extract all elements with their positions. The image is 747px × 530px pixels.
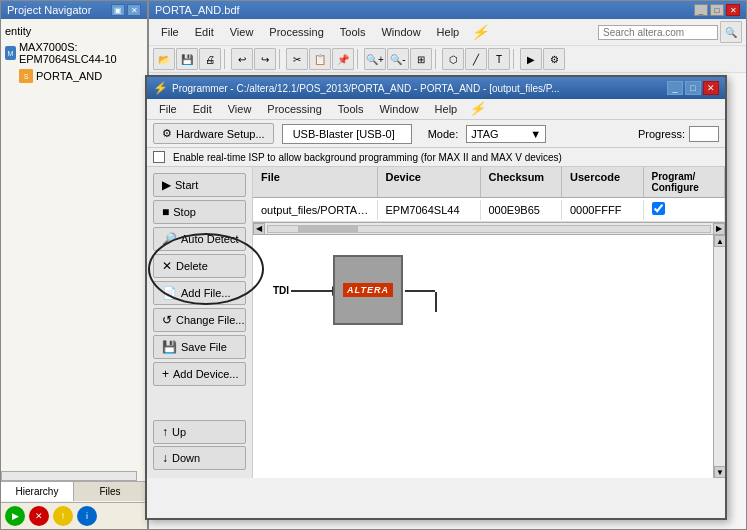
bdf-menu-tools[interactable]: Tools [332,24,374,40]
toolbar-paste-btn[interactable]: 📌 [332,48,354,70]
prog-close-btn[interactable]: ✕ [703,81,719,95]
down-button[interactable]: ↓ Down [153,446,246,470]
delete-label: Delete [176,260,208,272]
scroll-thumb[interactable] [298,226,358,232]
cell-usercode: 0000FFFF [562,200,644,220]
bdf-menu-view[interactable]: View [222,24,262,40]
programmer-window: ⚡ Programmer - C:/altera/12.1/POS_2013/P… [145,75,727,520]
toolbar-fit-btn[interactable]: ⊞ [410,48,432,70]
toolbar-save-btn[interactable]: 💾 [176,48,198,70]
status-info-btn[interactable]: i [77,506,97,526]
project-navigator-titlebar: Project Navigator ▣ ✕ [1,1,147,19]
add-file-button[interactable]: 📄 Add File... [153,281,246,305]
add-device-button[interactable]: + Add Device... [153,362,246,386]
change-file-icon: ↺ [162,313,172,327]
diagram-vscroll[interactable]: ▲ ▼ [713,235,725,478]
status-play-btn[interactable]: ▶ [5,506,25,526]
toolbar-print-btn[interactable]: 🖨 [199,48,221,70]
toolbar-copy-btn[interactable]: 📋 [309,48,331,70]
pn-hscroll[interactable] [1,471,137,481]
bdf-menu-edit[interactable]: Edit [187,24,222,40]
bdf-menu-processing[interactable]: Processing [261,24,331,40]
prog-menu-help[interactable]: Help [427,101,466,117]
save-file-button[interactable]: 💾 Save File [153,335,246,359]
auto-detect-button[interactable]: 🔎 Auto Detect [153,227,246,251]
bdf-maximize-btn[interactable]: □ [710,4,724,16]
col-usercode-header: Usercode [562,167,644,197]
project-navigator-bottom: ▶ ✕ ! i [1,502,147,529]
scroll-left-btn[interactable]: ◀ [253,223,265,235]
toolbar-redo-btn[interactable]: ↪ [254,48,276,70]
files-tab[interactable]: Files [74,482,147,501]
prog-maximize-btn[interactable]: □ [685,81,701,95]
prog-menu-processing[interactable]: Processing [259,101,329,117]
scroll-up-btn[interactable]: ▲ [714,235,725,247]
table-row[interactable]: output_files/PORTA_AND... EPM7064SL44 00… [253,198,725,222]
toolbar-select-btn[interactable]: ⬡ [442,48,464,70]
table-hscroll[interactable]: ◀ ▶ [253,222,725,234]
toolbar-cut-btn[interactable]: ✂ [286,48,308,70]
prog-menu-window[interactable]: Window [371,101,426,117]
toolbar-start-btn[interactable]: ▶ [520,48,542,70]
toolbar-compile-btn[interactable]: ⚙ [543,48,565,70]
progcfg-checkbox[interactable] [652,202,665,215]
status-warn-btn[interactable]: ! [53,506,73,526]
table-header: File Device Checksum Usercode Program/Co… [253,167,725,198]
bdf-menu-window[interactable]: Window [373,24,428,40]
bdf-titlebar: PORTA_AND.bdf _ □ ✕ [149,1,746,19]
prog-minimize-btn[interactable]: _ [667,81,683,95]
toolbar-sep5 [513,49,517,69]
toolbar-zoom-in-btn[interactable]: 🔍+ [364,48,386,70]
save-file-label: Save File [181,341,227,353]
bdf-menubar: File Edit View Processing Tools Window H… [149,19,746,46]
toolbar-undo-btn[interactable]: ↩ [231,48,253,70]
change-file-label: Change File... [176,314,244,326]
start-button[interactable]: ▶ Start [153,173,246,197]
toolbar-zoom-out-btn[interactable]: 🔍- [387,48,409,70]
isp-checkbox[interactable] [153,151,165,163]
toolbar-sep1 [224,49,228,69]
prog-menu-file[interactable]: File [151,101,185,117]
scroll-v-track[interactable] [714,247,725,466]
schematic-item[interactable]: S PORTA_AND [5,67,143,85]
delete-button[interactable]: ✕ Delete [153,254,246,278]
pn-close-btn[interactable]: ✕ [127,4,141,16]
prog-menu-view[interactable]: View [220,101,260,117]
hardware-setup-btn[interactable]: ⚙ Hardware Setup... [153,123,274,144]
progress-label: Progress: [638,128,685,140]
chip-item[interactable]: M MAX7000S: EPM7064SLC44-10 [5,39,143,67]
bdf-close-btn[interactable]: ✕ [726,4,740,16]
chip-wire-h [405,290,435,292]
mode-select[interactable]: JTAG ▼ [466,125,546,143]
toolbar-wire-btn[interactable]: ╱ [465,48,487,70]
stop-button[interactable]: ■ Stop [153,200,246,224]
scroll-down-btn[interactable]: ▼ [714,466,725,478]
cell-file: output_files/PORTA_AND... [253,200,378,220]
programmer-menubar: File Edit View Processing Tools Window H… [147,99,725,120]
stop-label: Stop [173,206,196,218]
search-input[interactable] [598,25,718,40]
programmer-icon: ⚡ [153,81,168,95]
toolbar-open-btn[interactable]: 📂 [153,48,175,70]
bdf-menu-help[interactable]: Help [429,24,468,40]
bdf-minimize-btn[interactable]: _ [694,4,708,16]
search-go-btn[interactable]: 🔍 [720,21,742,43]
up-button[interactable]: ↑ Up [153,420,246,444]
project-navigator-tabs: Hierarchy Files [1,481,147,501]
auto-detect-label: Auto Detect [181,233,238,245]
bdf-menu-file[interactable]: File [153,24,187,40]
prog-menu-edit[interactable]: Edit [185,101,220,117]
scroll-right-btn[interactable]: ▶ [713,223,725,235]
bdf-title: PORTA_AND.bdf [155,4,240,16]
entity-label: entity [5,23,143,39]
mode-dropdown-icon: ▼ [530,128,541,140]
pn-pin-btn[interactable]: ▣ [111,4,125,16]
toolbar-text-btn[interactable]: T [488,48,510,70]
project-navigator-window: Project Navigator ▣ ✕ entity M MAX7000S:… [0,0,148,530]
hierarchy-tab[interactable]: Hierarchy [1,482,74,501]
change-file-button[interactable]: ↺ Change File... [153,308,246,332]
status-error-btn[interactable]: ✕ [29,506,49,526]
prog-altera-icon: ⚡ [469,101,485,117]
scroll-track[interactable] [267,225,711,233]
prog-menu-tools[interactable]: Tools [330,101,372,117]
